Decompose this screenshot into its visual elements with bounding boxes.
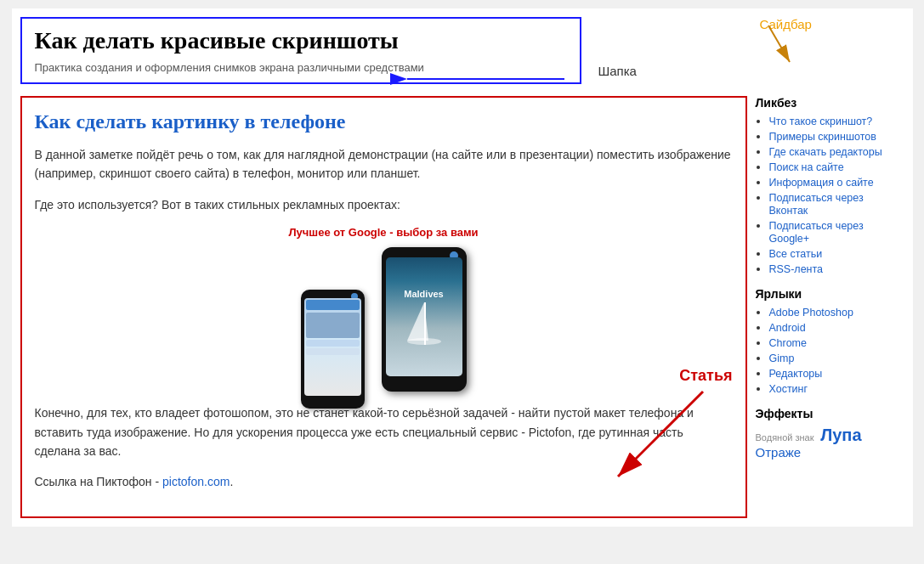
ad-text: Лучшее от Google - выбор за вами — [288, 226, 478, 239]
link-redaktory[interactable]: Редакторы — [769, 368, 823, 380]
list-item: Поиск на сайте — [769, 161, 904, 173]
content-box: Как сделать картинку в телефоне В данной… — [20, 96, 747, 518]
list-item: Chrome — [769, 336, 904, 349]
sidebar-arrow — [743, 21, 811, 72]
list-item: Gimp — [769, 352, 904, 364]
sidebar-section-title-effekty: Эффекты — [756, 407, 904, 420]
link-google-plus[interactable]: Подписаться через Google+ — [769, 220, 864, 245]
link-where-download[interactable]: Где скачать редакторы — [769, 146, 882, 158]
link-gimp[interactable]: Gimp — [769, 352, 795, 364]
pictofon-link[interactable]: pictofon.com — [162, 475, 230, 488]
sidebar: Ликбез Что такое скриншот? Примеры скрин… — [756, 96, 904, 471]
list-item: Adobe Photoshop — [769, 306, 904, 319]
link-rss[interactable]: RSS-лента — [769, 263, 824, 275]
sidebar-section-title-yarlyki: Ярлыки — [756, 287, 904, 301]
yarlyki-list: Adobe Photoshop Android Chrome Gimp Реда… — [756, 306, 904, 395]
list-item: Хостинг — [769, 382, 904, 395]
phone-large-screen: Maldives — [386, 257, 462, 376]
sidebar-section-likbez: Ликбез Что такое скриншот? Примеры скрин… — [756, 96, 904, 275]
article-paragraph-2: Где это используется? Вот в таких стильн… — [35, 195, 733, 214]
tag-watermark: Водяной знак — [756, 432, 814, 443]
article-paragraph-1: В данной заметке пойдёт речь о том, как … — [35, 145, 733, 183]
list-item: Редакторы — [769, 367, 904, 380]
link-search[interactable]: Поиск на сайте — [769, 161, 844, 173]
statya-label: Статья — [679, 367, 732, 385]
header-arrow — [403, 66, 573, 100]
list-item: Подписаться через Вконтак — [769, 191, 904, 217]
phone-small: 4 — [301, 290, 365, 409]
phone-large: 7 Maldives — [382, 247, 467, 392]
sidebar-section-title-likbez: Ликбез — [756, 96, 904, 110]
list-item: Примеры скриншотов — [769, 130, 904, 143]
article-title: Как сделать картинку в телефоне — [35, 110, 733, 133]
link-primery[interactable]: Примеры скриншотов — [769, 131, 876, 143]
link-chto-takoe[interactable]: Что такое скриншот? — [769, 116, 873, 127]
phone-small-content — [304, 298, 361, 396]
sidebar-section-yarlyki: Ярлыки Adobe Photoshop Android Chrome Gi… — [756, 287, 904, 395]
phone-area: 4 7 — [35, 247, 733, 392]
tag-otrazhenie: Отраже — [756, 445, 802, 460]
list-item: Android — [769, 321, 904, 334]
sidebar-section-effekty: Эффекты Водяной знак Лупа Отраже — [756, 407, 904, 460]
list-item: Подписаться через Google+ — [769, 219, 904, 245]
list-item: RSS-лента — [769, 262, 904, 275]
link-hosting[interactable]: Хостинг — [769, 383, 808, 395]
link-all-articles[interactable]: Все статьи — [769, 248, 823, 260]
list-item: Где скачать редакторы — [769, 145, 904, 158]
list-item: Все статьи — [769, 247, 904, 260]
link-photoshop[interactable]: Adobe Photoshop — [769, 307, 853, 319]
link-android[interactable]: Android — [769, 322, 806, 334]
list-item: Что такое скриншот? — [769, 115, 904, 127]
header-label: Шапка — [598, 64, 637, 78]
tag-lupa: Лупа — [820, 426, 861, 444]
svg-line-5 — [618, 392, 703, 477]
phone-small-screen — [304, 298, 361, 396]
tags-section: Водяной знак Лупа Отраже — [756, 426, 904, 460]
phone-screen-image: Maldives — [386, 257, 462, 376]
link-info[interactable]: Информация о сайте — [769, 177, 874, 189]
site-title: Как делать красивые скриншоты — [35, 27, 567, 54]
link-chrome[interactable]: Chrome — [769, 337, 807, 349]
svg-line-3 — [768, 25, 790, 62]
ad-section: Лучшее от Google - выбор за вами — [35, 226, 733, 239]
list-item: Информация о сайте — [769, 176, 904, 189]
red-article-arrow — [601, 383, 711, 494]
link-vk[interactable]: Подписаться через Вконтак — [769, 192, 864, 217]
likbez-list: Что такое скриншот? Примеры скриншотов Г… — [756, 115, 904, 275]
main-layout: Как сделать картинку в телефоне В данной… — [20, 96, 904, 518]
